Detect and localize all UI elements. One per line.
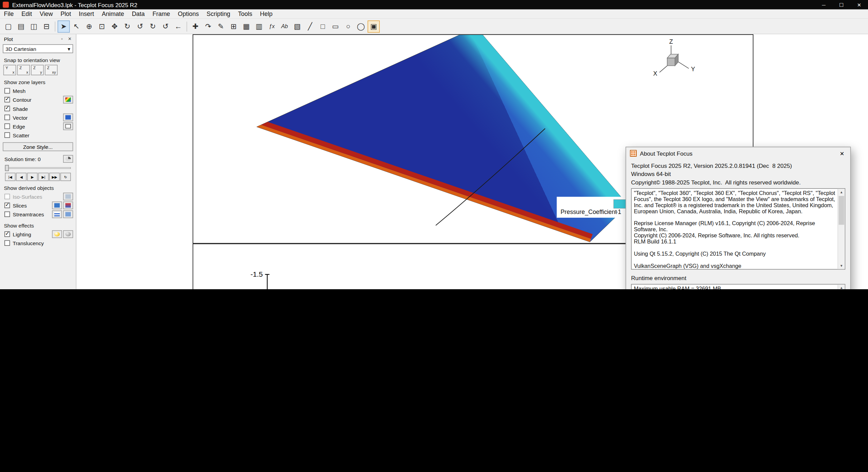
license-scrollbar[interactable]: ▲ ▼ bbox=[837, 189, 845, 269]
menu-frame[interactable]: Frame bbox=[149, 9, 174, 18]
streamtraces-details-button[interactable] bbox=[63, 210, 73, 218]
iso-surfaces-details-button[interactable] bbox=[63, 193, 73, 200]
contour-palette-icon bbox=[65, 97, 71, 102]
license-scroll-thumb[interactable] bbox=[839, 196, 844, 225]
streamtraces-placement-button[interactable] bbox=[52, 210, 62, 218]
runtime-textbox[interactable]: Maximum usable RAM = 32691 MB RAM curren… bbox=[631, 284, 845, 289]
menu-tools[interactable]: Tools bbox=[234, 9, 256, 18]
slices-row: Slices bbox=[0, 201, 76, 210]
zoom-grid-button[interactable]: ▦ bbox=[240, 20, 253, 33]
contour-details-button[interactable] bbox=[63, 96, 73, 103]
scroll-down-icon[interactable]: ▼ bbox=[838, 262, 845, 269]
iso-surfaces-checkbox[interactable] bbox=[4, 194, 10, 199]
solution-time-slider[interactable] bbox=[5, 165, 71, 171]
translucency-checkbox[interactable] bbox=[4, 240, 10, 246]
menu-options[interactable]: Options bbox=[174, 9, 203, 18]
menu-help[interactable]: Help bbox=[256, 9, 276, 18]
mesh-checkbox[interactable] bbox=[4, 88, 10, 94]
menu-insert[interactable]: Insert bbox=[75, 9, 98, 18]
streamline-detail-icon bbox=[65, 212, 71, 216]
translucency-label: Translucency bbox=[13, 240, 73, 246]
square-tool-button[interactable]: □ bbox=[317, 20, 329, 33]
license-textbox[interactable]: "Tecplot", "Tecplot 360", "Tecplot 360 E… bbox=[631, 188, 845, 270]
dialog-titlebar[interactable]: About Tecplot Focus ✕ bbox=[626, 147, 850, 159]
scatter-checkbox[interactable] bbox=[4, 132, 10, 138]
slices-checkbox[interactable] bbox=[4, 203, 10, 208]
polyline-tool-button[interactable]: ╱ bbox=[304, 20, 316, 33]
open-file-button[interactable]: ▤ bbox=[15, 20, 27, 33]
new-file-button[interactable]: ▢ bbox=[2, 20, 15, 33]
sidebar-float-icon[interactable]: ▫ bbox=[58, 35, 66, 42]
edge-details-button[interactable] bbox=[63, 122, 73, 130]
skip-end-button[interactable]: ▶▶ bbox=[49, 173, 60, 181]
skip-start-button[interactable]: |◀ bbox=[5, 173, 16, 181]
dialog-close-button[interactable]: ✕ bbox=[834, 147, 850, 159]
lighting-details-button[interactable] bbox=[63, 230, 73, 238]
menu-scripting[interactable]: Scripting bbox=[203, 9, 234, 18]
vector-checkbox[interactable] bbox=[4, 115, 10, 120]
spreadsheet-button[interactable]: ▥ bbox=[253, 20, 265, 33]
sidebar-close-icon[interactable]: ✕ bbox=[66, 35, 74, 42]
zone-style-button[interactable]: Zone Style... bbox=[3, 142, 73, 151]
runtime-scrollbar[interactable]: ▲ ▼ bbox=[837, 284, 845, 289]
plot-type-dropdown[interactable]: 3D Cartesian ▾ bbox=[3, 44, 73, 53]
save-file-button[interactable]: ◫ bbox=[28, 20, 40, 33]
lighting-sun-button[interactable] bbox=[52, 230, 62, 238]
orient-view-yx-button[interactable]: Yx bbox=[3, 65, 16, 75]
scroll-up-icon[interactable]: ▲ bbox=[838, 284, 845, 289]
rotate-sphere-button[interactable]: ↻ bbox=[121, 20, 134, 33]
fit-view-button[interactable]: ⊡ bbox=[96, 20, 108, 33]
minimize-button[interactable]: ─ bbox=[815, 0, 832, 9]
edit-grid-button[interactable]: ⊞ bbox=[228, 20, 240, 33]
ellipse-tool-button[interactable]: ◯ bbox=[355, 20, 367, 33]
slices-placement-button[interactable] bbox=[52, 201, 62, 209]
vector-details-button[interactable] bbox=[63, 114, 73, 121]
menu-data[interactable]: Data bbox=[128, 9, 149, 18]
slider-handle[interactable] bbox=[5, 165, 9, 171]
orient-view-iso-button[interactable]: Zxy bbox=[45, 65, 58, 75]
step-forward-button[interactable]: ▶| bbox=[38, 173, 49, 181]
curve-extract-button[interactable]: ↷ bbox=[202, 20, 214, 33]
probe-tool-button[interactable]: ✚ bbox=[189, 20, 201, 33]
adjuster-tool-button[interactable]: ↖ bbox=[70, 20, 82, 33]
menu-animate[interactable]: Animate bbox=[98, 9, 128, 18]
image-tool-button[interactable]: ▧ bbox=[291, 20, 303, 33]
step-back-button[interactable]: ◀ bbox=[16, 173, 26, 181]
zoom-tool-button[interactable]: ⊕ bbox=[83, 20, 95, 33]
scroll-up-icon[interactable]: ▲ bbox=[838, 189, 845, 196]
orient-view-zy-button[interactable]: Zy bbox=[31, 65, 44, 75]
frame-tool-button[interactable]: ▣ bbox=[368, 20, 380, 33]
menu-plot[interactable]: Plot bbox=[57, 9, 75, 18]
contour-checkbox[interactable] bbox=[4, 97, 10, 102]
solution-time-settings-button[interactable] bbox=[63, 155, 73, 163]
menu-file[interactable]: File bbox=[0, 9, 18, 18]
translate-tool-button[interactable]: ✥ bbox=[108, 20, 121, 33]
create-zone-button[interactable]: ✎ bbox=[215, 20, 227, 33]
select-tool-button[interactable]: ➤ bbox=[58, 20, 70, 33]
solution-time-label: Solution time: 0 bbox=[4, 156, 62, 162]
last-view-button[interactable]: ← bbox=[172, 20, 184, 33]
slices-details-button[interactable] bbox=[63, 201, 73, 209]
loop-button[interactable]: ↻ bbox=[60, 173, 71, 181]
menu-view[interactable]: View bbox=[36, 9, 57, 18]
text-tool-button[interactable]: Ab bbox=[278, 20, 291, 33]
menu-edit[interactable]: Edit bbox=[18, 9, 36, 18]
rotate-y-button[interactable]: ↻ bbox=[147, 20, 159, 33]
play-button[interactable]: ▶ bbox=[27, 173, 38, 181]
rotate-z-button[interactable]: ↺ bbox=[159, 20, 172, 33]
mesh-label: Mesh bbox=[13, 88, 73, 94]
rotate-x-button[interactable]: ↺ bbox=[134, 20, 146, 33]
shade-checkbox[interactable] bbox=[4, 106, 10, 111]
maximize-button[interactable]: ☐ bbox=[833, 0, 850, 9]
edge-checkbox[interactable] bbox=[4, 123, 10, 129]
scatter-label: Scatter bbox=[13, 132, 73, 138]
slider-groove bbox=[5, 167, 71, 169]
function-tool-button[interactable]: ƒx bbox=[266, 20, 278, 33]
print-button[interactable]: ⊟ bbox=[40, 20, 53, 33]
rectangle-tool-button[interactable]: ▭ bbox=[329, 20, 341, 33]
circle-tool-button[interactable]: ○ bbox=[342, 20, 354, 33]
streamtraces-checkbox[interactable] bbox=[4, 212, 10, 217]
orient-view-zx-button[interactable]: Zx bbox=[17, 65, 30, 75]
close-button[interactable]: ✕ bbox=[850, 0, 868, 9]
lighting-checkbox[interactable] bbox=[4, 231, 10, 237]
